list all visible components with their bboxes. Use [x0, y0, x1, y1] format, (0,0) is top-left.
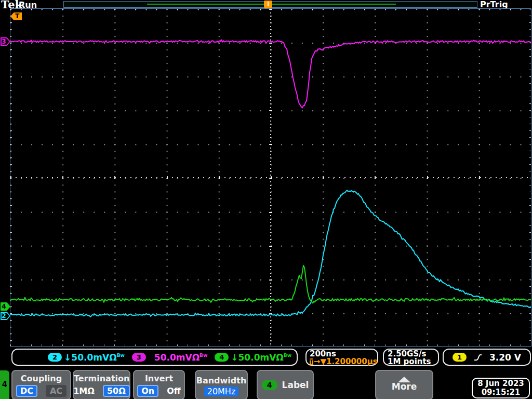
invert-off-option[interactable]: Off — [167, 386, 181, 396]
invert-arrow-icon: ↓ — [231, 352, 238, 363]
bottom-menu-bar: 4 Coupling DC AC Termination 1MΩ 50Ω Inv… — [0, 370, 532, 399]
time-text: 09:15:21 — [473, 388, 529, 397]
rising-edge-icon — [474, 353, 482, 362]
bandwidth-limit-flag: Bw — [117, 353, 125, 358]
trigger-t-icon: T — [310, 358, 313, 365]
channel-2-marker[interactable]: 2 — [1, 312, 10, 320]
trigger-delay-readout: T→▼1.200000µs — [310, 358, 377, 365]
invert-title: Invert — [134, 374, 184, 383]
label-channel-badge: 4 — [262, 380, 277, 390]
date-text: 8 Jun 2023 — [473, 379, 529, 388]
delay-value: 1.200000µs — [326, 358, 378, 365]
label-title: Label — [282, 380, 309, 390]
arrow-icon: → — [314, 358, 321, 365]
more-title: More — [376, 381, 432, 392]
oscilloscope-screen: Tek Run PrTrig T 3 4 2 2 ↓50. — [0, 0, 532, 399]
termination-50ohm-option[interactable]: 50Ω — [103, 385, 130, 397]
invert-button[interactable]: Invert On Off — [133, 370, 185, 399]
bandwidth-title: Bandwidth — [196, 376, 247, 385]
channel-2-impedance: Ω — [109, 352, 116, 363]
coupling-title: Coupling — [12, 374, 70, 383]
channel-4-marker[interactable]: 4 — [1, 302, 10, 311]
invert-on-option[interactable]: On — [137, 385, 158, 397]
waveform-traces — [0, 0, 532, 399]
acquisition-readout[interactable]: 2.50GS/s 1M points — [383, 349, 439, 366]
termination-button[interactable]: Termination 1MΩ 50Ω — [73, 370, 130, 399]
channel-2-badge: 2 — [48, 353, 62, 362]
ch4-trace — [10, 265, 531, 303]
channel-4-impedance: Ω — [276, 352, 283, 363]
channel-3-impedance: Ω — [192, 352, 200, 363]
bandwidth-limit-flag: Bw — [284, 353, 291, 358]
more-button[interactable]: More — [375, 370, 433, 399]
channel-4-readout[interactable]: 4 ↓50.0mVΩBw — [215, 352, 291, 363]
channel-4-menu-tab[interactable]: 4 — [0, 370, 9, 399]
delay-marker-icon: ▼ — [320, 358, 326, 365]
label-button[interactable]: 4 Label — [257, 370, 314, 399]
ch3-trace — [10, 40, 531, 108]
ch2-trace — [10, 190, 531, 317]
invert-arrow-icon: ↓ — [64, 352, 71, 363]
termination-title: Termination — [74, 374, 129, 383]
trigger-level: 3.20 V — [489, 352, 521, 363]
channel-readouts: 2 ↓50.0mVΩBw 3 50.0mVΩBw 4 ↓50.0mVΩBw — [11, 349, 298, 366]
trigger-readout[interactable]: 1 3.20 V — [443, 349, 531, 366]
channel-2-readout[interactable]: 2 ↓50.0mVΩBw — [48, 352, 125, 363]
coupling-dc-option[interactable]: DC — [16, 385, 37, 397]
termination-1mohm-option[interactable]: 1MΩ — [73, 386, 95, 396]
record-length: 1M points — [388, 358, 438, 366]
bandwidth-limit-flag: Bw — [200, 353, 207, 358]
bandwidth-button[interactable]: Bandwidth 20MHz — [195, 370, 248, 399]
trigger-source-badge: 1 — [453, 353, 467, 362]
channel-3-marker[interactable]: 3 — [1, 37, 10, 46]
timebase-readout[interactable]: 200ns T→▼1.200000µs — [305, 349, 378, 366]
coupling-button[interactable]: Coupling DC AC — [11, 370, 71, 399]
channel-3-readout[interactable]: 3 50.0mVΩBw — [132, 352, 207, 363]
coupling-ac-option[interactable]: AC — [46, 385, 66, 397]
channel-3-badge: 3 — [132, 353, 146, 362]
bandwidth-value[interactable]: 20MHz — [204, 387, 239, 396]
channel-3-scale: 50.0mV — [154, 352, 192, 363]
channel-4-scale: 50.0mV — [238, 352, 276, 363]
channel-2-scale: 50.0mV — [71, 352, 109, 363]
datetime-display: 8 Jun 2023 09:15:21 — [472, 378, 530, 398]
channel-4-badge: 4 — [215, 353, 229, 362]
